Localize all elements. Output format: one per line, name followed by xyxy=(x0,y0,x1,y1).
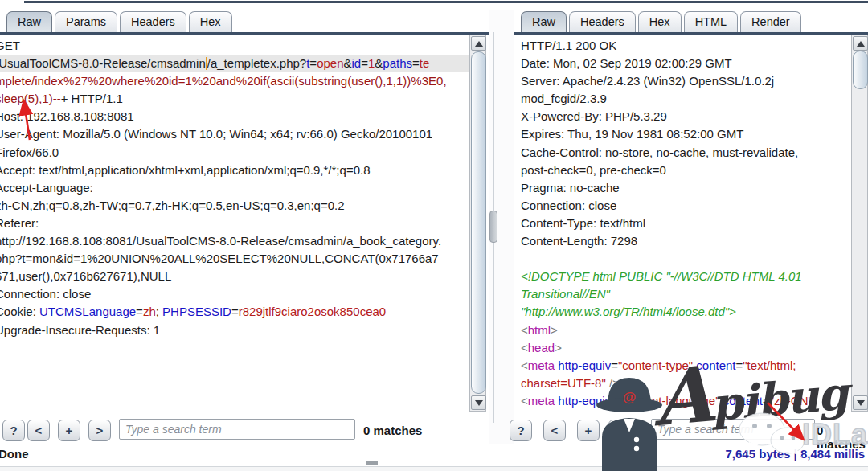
request-tab-underline xyxy=(0,32,489,35)
prev-match-button[interactable]: < xyxy=(543,420,566,441)
message-line: sleep(5),1)--+ HTTP/1.1 xyxy=(0,90,469,108)
message-line: Firefox/66.0 xyxy=(0,144,469,162)
pane-divider[interactable] xyxy=(489,10,514,444)
message-line: Content-Length: 7298 xyxy=(521,232,852,250)
message-line: <!DOCTYPE html PUBLIC "-//W3C//DTD HTML … xyxy=(521,268,852,285)
burp-message-viewer: RawParamsHeadersHex GET/UsualToolCMS-8.0… xyxy=(0,0,868,471)
request-editor[interactable]: GET/UsualToolCMS-8.0-Release/cmsadmin/a_… xyxy=(0,35,469,412)
tab-params[interactable]: Params xyxy=(55,11,117,32)
message-line: /UsualToolCMS-8.0-Release/cmsadmin/a_tem… xyxy=(0,55,469,72)
message-line xyxy=(521,250,852,268)
scrollbar-thumb[interactable] xyxy=(471,51,486,394)
window-dash xyxy=(366,461,378,465)
message-line: http://192.168.8.108:8081/UsualToolCMS-8… xyxy=(0,232,469,250)
message-line: charset=UTF-8" /> xyxy=(521,375,852,392)
message-line: Connection: close xyxy=(521,197,852,215)
triangle-up-icon xyxy=(857,41,865,47)
message-line: php?t=mon&id=1%20UNION%20ALL%20SELECT%20… xyxy=(0,250,469,268)
tab-render[interactable]: Render xyxy=(740,11,801,32)
message-line: Accept-Language: xyxy=(0,179,469,197)
next-match-button[interactable]: > xyxy=(88,420,111,441)
top-border-line xyxy=(24,1,868,3)
message-line: Cache-Control: no-store, no-cache, must-… xyxy=(521,144,852,162)
message-line: Cookie: UTCMSLanguage=zh; PHPSESSID=r829… xyxy=(0,303,469,321)
message-line: zh-CN,zh;q=0.8,zh-TW;q=0.7,zh-HK;q=0.5,e… xyxy=(0,197,469,215)
request-search-toolbar: ? < + > 0 matches xyxy=(0,415,489,445)
tab-headers[interactable]: Headers xyxy=(120,11,186,32)
tab-hex[interactable]: Hex xyxy=(189,11,232,32)
message-line: Connection: close xyxy=(0,285,469,303)
tab-raw[interactable]: Raw xyxy=(6,11,52,32)
tab-hex[interactable]: Hex xyxy=(638,11,682,32)
message-line: <meta http-equiv="content-type" content=… xyxy=(521,357,852,375)
next-match-button[interactable]: > xyxy=(608,420,631,441)
message-line: X-Powered-By: PHP/5.3.29 xyxy=(521,108,852,125)
search-input[interactable] xyxy=(119,419,355,440)
response-text: HTTP/1.1 200 OKDate: Mon, 02 Sep 2019 02… xyxy=(521,37,852,410)
response-size-time-label: 7,645 bytes | 8,484 millis xyxy=(726,447,865,461)
triangle-up-icon xyxy=(475,41,483,47)
request-tab-bar: RawParamsHeadersHex xyxy=(6,10,235,32)
message-line: Content-Type: text/html xyxy=(521,215,852,232)
tab-raw[interactable]: Raw xyxy=(521,11,567,32)
response-scrollbar[interactable] xyxy=(851,35,868,412)
message-line: Accept: text/html,application/xhtml+xml,… xyxy=(0,162,469,179)
message-line: HTTP/1.1 200 OK xyxy=(521,37,852,55)
response-tab-underline xyxy=(514,32,868,35)
message-line: Host: 192.168.8.108:8081 xyxy=(0,108,469,125)
prev-match-button[interactable]: < xyxy=(27,420,50,441)
message-line: "http://www.w3.org/TR/html4/loose.dtd"> xyxy=(521,303,852,321)
message-line: GET xyxy=(0,37,469,55)
splitter-grip[interactable] xyxy=(489,211,497,243)
message-line: mod_fcgid/2.3.9 xyxy=(521,90,852,108)
scroll-up-button[interactable] xyxy=(853,36,868,51)
message-line: 671,user(),0x716b627671),NULL xyxy=(0,268,469,285)
help-button[interactable]: ? xyxy=(2,420,25,441)
message-line: <html> xyxy=(521,322,852,339)
response-editor[interactable]: HTTP/1.1 200 OKDate: Mon, 02 Sep 2019 02… xyxy=(514,35,852,412)
message-line: Pragma: no-cache xyxy=(521,179,852,197)
message-line: Date: Mon, 02 Sep 2019 02:00:29 GMT xyxy=(521,55,852,72)
scroll-up-button[interactable] xyxy=(471,36,486,51)
response-tab-bar: RawHeadersHexHTMLRender xyxy=(521,10,804,32)
search-input[interactable] xyxy=(651,419,815,440)
matches-count: 0 matches xyxy=(363,424,422,437)
triangle-down-icon xyxy=(857,400,865,406)
add-term-button[interactable]: + xyxy=(58,420,80,441)
response-search-toolbar: ? < + > 0 matches xyxy=(506,415,868,445)
message-line: Upgrade-Insecure-Requests: 1 xyxy=(0,322,469,339)
message-line: <head> xyxy=(521,339,852,357)
scrollbar-thumb[interactable] xyxy=(853,51,868,89)
message-line: <meta http-equiv="content-language" cont… xyxy=(521,392,852,410)
status-done-label: Done xyxy=(0,447,29,461)
request-text: GET/UsualToolCMS-8.0-Release/cmsadmin/a_… xyxy=(0,37,469,339)
add-term-button[interactable]: + xyxy=(577,420,600,441)
scroll-down-button[interactable] xyxy=(471,395,486,410)
message-line: mplete/index%27%20where%20id=1%20and%20i… xyxy=(0,72,469,90)
help-button[interactable]: ? xyxy=(510,420,532,441)
message-line: User-Agent: Mozilla/5.0 (Windows NT 10.0… xyxy=(0,125,469,143)
message-line: post-check=0, pre-check=0 xyxy=(521,162,852,179)
tab-html[interactable]: HTML xyxy=(684,11,738,32)
message-line: Transitional//EN" xyxy=(521,285,852,303)
request-scrollbar[interactable] xyxy=(469,35,486,412)
message-line: Server: Apache/2.4.23 (Win32) OpenSSL/1.… xyxy=(521,72,852,90)
tab-headers[interactable]: Headers xyxy=(569,11,636,32)
bottom-strip xyxy=(0,466,868,471)
scroll-down-button[interactable] xyxy=(853,395,868,410)
message-line: Expires: Thu, 19 Nov 1981 08:52:00 GMT xyxy=(521,125,852,143)
message-line: Referer: xyxy=(0,215,469,232)
triangle-down-icon xyxy=(475,400,483,406)
